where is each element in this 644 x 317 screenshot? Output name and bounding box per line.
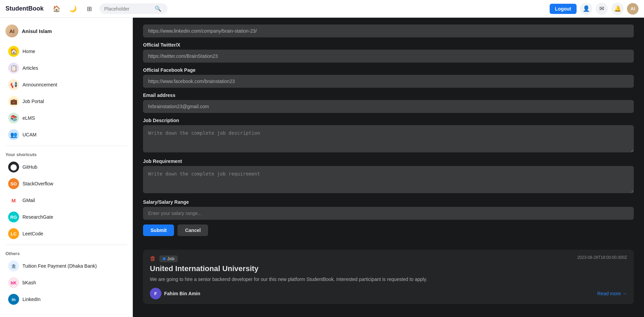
delete-post-button[interactable]: 🗑 xyxy=(150,255,156,262)
announcement-icon: 📢 xyxy=(8,79,19,90)
app-brand: StudentBook xyxy=(5,5,44,12)
sidebar-item-linkedin[interactable]: in LinkedIn xyxy=(3,291,130,307)
sidebar-item-elms[interactable]: 📚 eLMS xyxy=(3,110,130,126)
salary-input[interactable] xyxy=(143,207,634,220)
sidebar-item-leetcode[interactable]: LC LeetCode xyxy=(3,226,130,242)
description-textarea[interactable] xyxy=(143,125,634,152)
read-more-link[interactable]: Read more → xyxy=(597,291,627,296)
job-post-description: We are going to hire a senior backend de… xyxy=(150,276,627,283)
read-more-arrow-icon: → xyxy=(622,291,627,296)
dark-mode-btn[interactable]: 🌙 xyxy=(67,3,79,15)
github-icon: ⬤ xyxy=(8,162,19,172)
mail-icon-btn[interactable]: ✉ xyxy=(596,3,608,15)
gmail-icon: M xyxy=(8,195,19,206)
sidebar-item-job-portal-label: Job Portal xyxy=(22,99,44,104)
sidebar-item-bkash-label: bKash xyxy=(22,280,36,285)
sidebar-divider-1 xyxy=(5,146,127,146)
job-card-timestamp: 2023-08-29T18:00:00.000Z xyxy=(577,255,627,260)
sidebar-item-researchgate[interactable]: RG ResearchGate xyxy=(3,209,130,225)
elms-icon: 📚 xyxy=(8,113,19,123)
dhaka-bank-icon: 🏦 xyxy=(8,261,19,271)
job-card-top: 🗑 Job 2023-08-29T18:00:00.000Z xyxy=(150,255,627,262)
articles-icon: 📋 xyxy=(8,63,19,73)
sidebar-item-github[interactable]: ⬤ GitHub xyxy=(3,159,130,175)
form-section: Official Twitter/X Official Facebook Pag… xyxy=(133,18,644,246)
form-group-facebook: Official Facebook Page xyxy=(143,67,634,88)
job-badge-label: Job xyxy=(167,256,174,261)
sidebar-item-articles-label: Articles xyxy=(22,65,38,71)
sidebar-username: Anisul Islam xyxy=(22,28,52,34)
email-label: Email address xyxy=(143,93,634,98)
facebook-input[interactable] xyxy=(143,75,634,88)
topnav-right: Logout 👤 ✉ 🔔 AI xyxy=(550,3,639,15)
grid-btn[interactable]: ⊞ xyxy=(83,3,95,15)
sidebar-item-articles[interactable]: 📋 Articles xyxy=(3,60,130,76)
ucam-icon: 👥 xyxy=(8,129,19,140)
twitter-input[interactable] xyxy=(143,50,634,63)
home-icon: 🏠 xyxy=(8,46,19,57)
email-input[interactable] xyxy=(143,100,634,113)
sidebar-item-dhaka-bank-label: Tuition Fee Payment (Dhaka Bank) xyxy=(22,263,97,269)
sidebar-item-elms-label: eLMS xyxy=(22,115,35,121)
sidebar-item-stackoverflow[interactable]: SO StackOverflow xyxy=(3,176,130,192)
search-wrapper: 🔍 xyxy=(99,3,168,14)
form-group-twitter: Official Twitter/X xyxy=(143,42,634,63)
sidebar-item-stackoverflow-label: StackOverflow xyxy=(22,181,53,186)
sidebar-item-leetcode-label: LeetCode xyxy=(22,231,43,236)
job-badge: Job xyxy=(159,255,178,262)
job-portal-icon: 💼 xyxy=(8,96,19,107)
sidebar-item-dhaka-bank[interactable]: 🏦 Tuition Fee Payment (Dhaka Bank) xyxy=(3,258,130,274)
submit-button[interactable]: Submit xyxy=(143,224,174,236)
sidebar-item-announcement-label: Announncement xyxy=(22,82,57,87)
author-name: Fahim Bin Amin xyxy=(164,291,200,296)
main-content: Official Twitter/X Official Facebook Pag… xyxy=(133,18,644,317)
form-group-email: Email address xyxy=(143,93,634,113)
sidebar: AI Anisul Islam 🏠 Home 📋 Articles 📢 Anno… xyxy=(0,18,133,317)
sidebar-item-github-label: GitHub xyxy=(22,164,37,170)
sidebar-item-announcement[interactable]: 📢 Announncement xyxy=(3,77,130,93)
logout-button[interactable]: Logout xyxy=(550,4,577,14)
search-input[interactable] xyxy=(104,6,152,12)
cancel-button[interactable]: Cancel xyxy=(177,224,208,236)
sidebar-item-gmail[interactable]: M GMail xyxy=(3,192,130,208)
home-nav-btn[interactable]: 🏠 xyxy=(50,3,63,15)
sidebar-item-linkedin-label: LinkedIn xyxy=(22,297,41,302)
sidebar-user: AI Anisul Islam xyxy=(0,22,132,43)
description-label: Job Description xyxy=(143,118,634,123)
read-more-label: Read more xyxy=(597,291,621,296)
sidebar-item-gmail-label: GMail xyxy=(22,198,35,203)
author-avatar: F xyxy=(150,288,161,299)
sidebar-item-home-label: Home xyxy=(22,49,35,54)
search-icon: 🔍 xyxy=(155,5,161,12)
layout: AI Anisul Islam 🏠 Home 📋 Articles 📢 Anno… xyxy=(0,18,644,317)
researchgate-icon: RG xyxy=(8,212,19,222)
sidebar-item-ucam-label: UCAM xyxy=(22,132,36,137)
salary-label: Salary/Salary Range xyxy=(143,199,634,205)
job-post-title: United International University xyxy=(150,264,627,273)
requirement-textarea[interactable] xyxy=(143,166,634,193)
job-badge-dot xyxy=(163,257,166,260)
twitter-label: Official Twitter/X xyxy=(143,42,634,48)
notifications-icon-btn[interactable]: 🔔 xyxy=(611,3,624,15)
sidebar-item-home[interactable]: 🏠 Home xyxy=(3,43,130,60)
form-group-description: Job Description xyxy=(143,118,634,154)
job-post-card: 🗑 Job 2023-08-29T18:00:00.000Z United In… xyxy=(143,250,634,304)
linkedin-input[interactable] xyxy=(143,24,634,37)
sidebar-item-bkash[interactable]: bK bKash xyxy=(3,274,130,291)
facebook-label: Official Facebook Page xyxy=(143,67,634,73)
form-group-salary: Salary/Salary Range xyxy=(143,199,634,220)
linkedin-icon: in xyxy=(8,294,19,305)
sidebar-user-avatar: AI xyxy=(5,24,18,37)
bkash-icon: bK xyxy=(8,277,19,288)
profile-icon-btn[interactable]: 👤 xyxy=(580,3,592,15)
form-group-requirement: Job Requirement xyxy=(143,158,634,195)
others-section-label: Others xyxy=(0,248,132,257)
requirement-label: Job Requirement xyxy=(143,158,634,164)
sidebar-item-job-portal[interactable]: 💼 Job Portal xyxy=(3,93,130,110)
job-card-top-left: 🗑 Job xyxy=(150,255,178,262)
leetcode-icon: LC xyxy=(8,228,19,239)
form-group-linkedin xyxy=(143,24,634,37)
user-avatar[interactable]: AI xyxy=(627,3,639,15)
sidebar-item-ucam[interactable]: 👥 UCAM xyxy=(3,127,130,143)
sidebar-divider-2 xyxy=(5,245,127,245)
